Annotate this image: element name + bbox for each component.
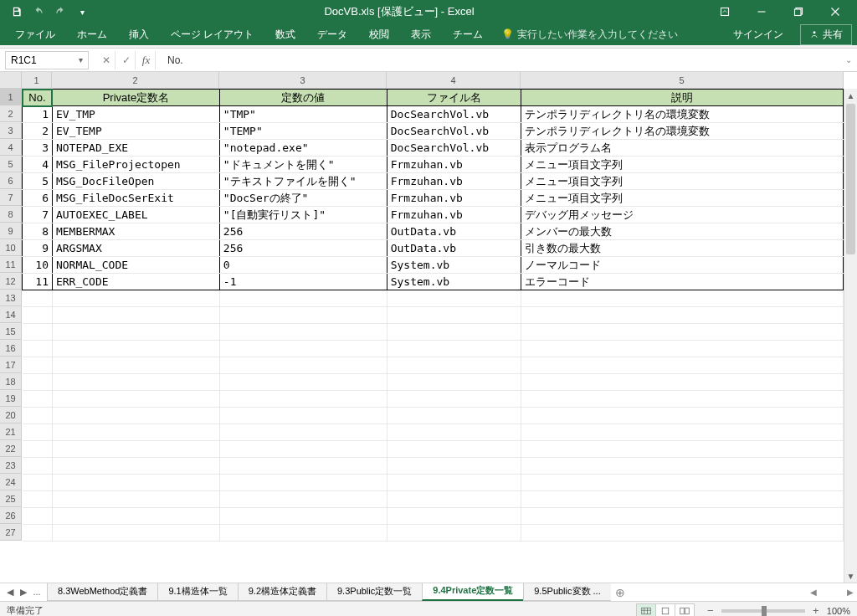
cell[interactable] (23, 357, 53, 374)
cell[interactable] (52, 391, 219, 408)
cell[interactable]: "テキストファイルを開く" (219, 173, 387, 190)
cell[interactable] (219, 374, 387, 391)
ribbon-tab-6[interactable]: 校閲 (359, 24, 399, 45)
ribbon-tab-7[interactable]: 表示 (401, 24, 441, 45)
cell[interactable]: メニュー項目文字列 (521, 173, 843, 190)
cell[interactable] (521, 475, 843, 491)
cell[interactable]: System.vb (387, 274, 521, 290)
signin-link[interactable]: サインイン (725, 24, 792, 45)
cell[interactable]: 1 (23, 106, 53, 123)
cell[interactable]: "[自動実行リスト]" (219, 207, 387, 223)
cell[interactable] (52, 324, 219, 341)
cell[interactable] (387, 357, 521, 374)
cell[interactable]: メニュー項目文字列 (521, 190, 843, 207)
cell[interactable] (521, 324, 843, 341)
table-header-cell[interactable]: Private定数名 (52, 90, 219, 106)
cell[interactable] (52, 525, 219, 542)
cell[interactable] (23, 324, 53, 341)
cell[interactable]: メンバーの最大数 (521, 223, 843, 240)
row-header[interactable]: 14 (0, 306, 21, 323)
cell[interactable]: ノーマルコード (521, 257, 843, 274)
cell[interactable]: エラーコード (521, 274, 843, 290)
insert-function-icon[interactable]: fx (137, 51, 156, 69)
col-header[interactable]: 1 (22, 72, 52, 88)
row-header[interactable]: 20 (0, 407, 21, 424)
cell[interactable] (387, 341, 521, 357)
cell[interactable] (521, 341, 843, 357)
cell[interactable]: 4 (23, 157, 53, 173)
cell[interactable]: 表示プログラム名 (521, 140, 843, 157)
row-header[interactable]: 12 (0, 273, 21, 290)
cell[interactable] (219, 458, 387, 475)
sheet-nav-next-icon[interactable]: ▶ (17, 587, 30, 598)
cell[interactable] (387, 324, 521, 341)
cell[interactable]: -1 (219, 274, 387, 290)
row-header[interactable]: 21 (0, 424, 21, 440)
col-header[interactable]: 4 (387, 72, 521, 88)
row-header[interactable]: 13 (0, 290, 21, 306)
cell[interactable] (23, 290, 53, 307)
cell[interactable] (23, 307, 53, 324)
cell[interactable] (387, 441, 521, 458)
cell[interactable]: MSG_DocFileOpen (52, 173, 219, 190)
cell[interactable] (219, 408, 387, 424)
cell[interactable]: ERR_CODE (52, 274, 219, 290)
cell[interactable]: 7 (23, 207, 53, 223)
cell[interactable]: 6 (23, 190, 53, 207)
close-icon[interactable] (817, 0, 854, 23)
cell[interactable] (23, 391, 53, 408)
cell[interactable] (387, 307, 521, 324)
cell[interactable]: OutData.vb (387, 223, 521, 240)
expand-formula-bar-icon[interactable]: ⌄ (840, 55, 857, 64)
cell[interactable] (219, 508, 387, 525)
cell[interactable]: System.vb (387, 257, 521, 274)
cell[interactable] (387, 290, 521, 307)
col-header[interactable]: 3 (219, 72, 387, 88)
cell[interactable] (52, 441, 219, 458)
zoom-out-button[interactable]: − (705, 604, 716, 616)
cell[interactable]: 2 (23, 123, 53, 140)
scroll-up-icon[interactable]: ▲ (844, 89, 857, 102)
row-header[interactable]: 25 (0, 490, 21, 507)
cell[interactable]: 11 (23, 274, 53, 290)
cell[interactable] (23, 525, 53, 542)
cell[interactable]: OutData.vb (387, 240, 521, 257)
cell[interactable] (521, 357, 843, 374)
cells-grid[interactable]: No.Private定数名定数の値ファイル名説明1EV_TMP"TMP"DocS… (22, 89, 844, 583)
cell[interactable] (219, 307, 387, 324)
cell[interactable] (23, 341, 53, 357)
cell[interactable]: 5 (23, 173, 53, 190)
cell[interactable] (387, 374, 521, 391)
chevron-down-icon[interactable]: ▾ (79, 55, 83, 64)
cell[interactable] (521, 458, 843, 475)
cell[interactable]: テンポラリディレクトリ名の環境変数 (521, 123, 843, 140)
name-box[interactable]: R1C1 ▾ (5, 51, 89, 69)
cell[interactable] (52, 374, 219, 391)
cell[interactable]: "ドキュメントを開く" (219, 157, 387, 173)
cell[interactable]: テンポラリディレクトリ名の環境変数 (521, 106, 843, 123)
cell[interactable]: Frmzuhan.vb (387, 173, 521, 190)
sheet-tab[interactable]: 9.4Private定数一覧 (422, 583, 524, 601)
cell[interactable] (52, 424, 219, 441)
cell[interactable] (23, 441, 53, 458)
cell[interactable] (52, 357, 219, 374)
cell[interactable]: Frmzuhan.vb (387, 207, 521, 223)
cell[interactable]: メニュー項目文字列 (521, 157, 843, 173)
cell[interactable] (387, 391, 521, 408)
cell[interactable] (521, 408, 843, 424)
cell[interactable]: Frmzuhan.vb (387, 190, 521, 207)
cell[interactable] (23, 491, 53, 508)
cell[interactable]: EV_TMP (52, 106, 219, 123)
cell[interactable]: デバッグ用メッセージ (521, 207, 843, 223)
normal-view-icon[interactable] (636, 603, 656, 617)
cell[interactable] (23, 458, 53, 475)
cell[interactable]: DocSearchVol.vb (387, 140, 521, 157)
cell[interactable] (521, 525, 843, 542)
minimize-icon[interactable] (743, 0, 780, 23)
cell[interactable]: NORMAL_CODE (52, 257, 219, 274)
cell[interactable] (219, 357, 387, 374)
zoom-slider[interactable] (721, 609, 805, 613)
ribbon-tab-8[interactable]: チーム (443, 24, 493, 45)
row-header[interactable]: 10 (0, 239, 21, 256)
ribbon-tab-3[interactable]: ページ レイアウト (161, 24, 264, 45)
